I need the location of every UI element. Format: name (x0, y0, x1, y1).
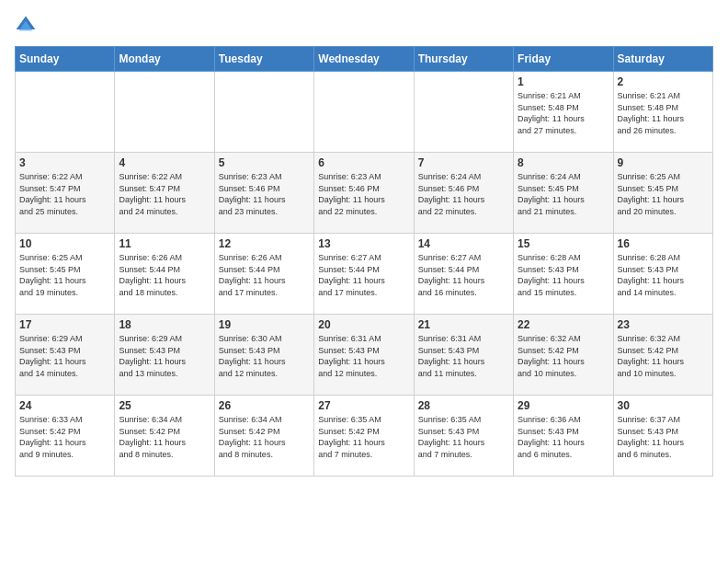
day-info: Sunrise: 6:32 AM Sunset: 5:42 PM Dayligh… (518, 333, 609, 379)
day-number: 17 (19, 318, 110, 331)
day-number: 27 (318, 399, 409, 412)
day-info: Sunrise: 6:32 AM Sunset: 5:42 PM Dayligh… (618, 333, 709, 379)
calendar-cell: 12Sunrise: 6:26 AM Sunset: 5:44 PM Dayli… (214, 234, 313, 315)
day-number: 3 (19, 156, 110, 169)
day-number: 4 (119, 156, 210, 169)
day-info: Sunrise: 6:28 AM Sunset: 5:43 PM Dayligh… (518, 252, 609, 298)
calendar-cell (115, 72, 214, 153)
day-info: Sunrise: 6:31 AM Sunset: 5:43 PM Dayligh… (318, 333, 409, 379)
calendar-cell (16, 72, 115, 153)
calendar-cell: 23Sunrise: 6:32 AM Sunset: 5:42 PM Dayli… (613, 315, 712, 396)
calendar-week-4: 17Sunrise: 6:29 AM Sunset: 5:43 PM Dayli… (16, 315, 713, 396)
calendar-cell: 28Sunrise: 6:35 AM Sunset: 5:43 PM Dayli… (414, 396, 513, 477)
day-info: Sunrise: 6:28 AM Sunset: 5:43 PM Dayligh… (618, 252, 709, 298)
day-info: Sunrise: 6:22 AM Sunset: 5:47 PM Dayligh… (119, 171, 210, 217)
calendar-cell: 15Sunrise: 6:28 AM Sunset: 5:43 PM Dayli… (514, 234, 613, 315)
weekday-header-tuesday: Tuesday (214, 47, 313, 72)
weekday-header-sunday: Sunday (16, 47, 115, 72)
calendar-week-3: 10Sunrise: 6:25 AM Sunset: 5:45 PM Dayli… (16, 234, 713, 315)
calendar-cell: 9Sunrise: 6:25 AM Sunset: 5:45 PM Daylig… (613, 153, 712, 234)
weekday-header-row: SundayMondayTuesdayWednesdayThursdayFrid… (16, 47, 713, 72)
day-info: Sunrise: 6:30 AM Sunset: 5:43 PM Dayligh… (219, 333, 310, 379)
calendar-cell: 20Sunrise: 6:31 AM Sunset: 5:43 PM Dayli… (314, 315, 414, 396)
day-number: 8 (518, 156, 609, 169)
calendar-week-2: 3Sunrise: 6:22 AM Sunset: 5:47 PM Daylig… (16, 153, 713, 234)
day-number: 10 (19, 237, 110, 250)
day-number: 16 (618, 237, 709, 250)
calendar-cell: 19Sunrise: 6:30 AM Sunset: 5:43 PM Dayli… (214, 315, 313, 396)
day-info: Sunrise: 6:22 AM Sunset: 5:47 PM Dayligh… (19, 171, 110, 217)
day-number: 14 (418, 237, 509, 250)
calendar-cell: 1Sunrise: 6:21 AM Sunset: 5:48 PM Daylig… (514, 72, 613, 153)
calendar-week-5: 24Sunrise: 6:33 AM Sunset: 5:42 PM Dayli… (16, 396, 713, 477)
day-info: Sunrise: 6:27 AM Sunset: 5:44 PM Dayligh… (418, 252, 509, 298)
calendar-cell: 2Sunrise: 6:21 AM Sunset: 5:48 PM Daylig… (613, 72, 712, 153)
day-info: Sunrise: 6:21 AM Sunset: 5:48 PM Dayligh… (618, 90, 709, 136)
day-info: Sunrise: 6:35 AM Sunset: 5:42 PM Dayligh… (318, 414, 409, 460)
calendar-cell: 6Sunrise: 6:23 AM Sunset: 5:46 PM Daylig… (314, 153, 414, 234)
calendar-cell: 17Sunrise: 6:29 AM Sunset: 5:43 PM Dayli… (16, 315, 115, 396)
calendar-cell: 8Sunrise: 6:24 AM Sunset: 5:45 PM Daylig… (514, 153, 613, 234)
calendar-cell (314, 72, 414, 153)
calendar-cell: 25Sunrise: 6:34 AM Sunset: 5:42 PM Dayli… (115, 396, 214, 477)
calendar-cell: 22Sunrise: 6:32 AM Sunset: 5:42 PM Dayli… (514, 315, 613, 396)
day-number: 7 (418, 156, 509, 169)
day-number: 23 (618, 318, 709, 331)
day-number: 20 (318, 318, 409, 331)
day-number: 29 (518, 399, 609, 412)
day-info: Sunrise: 6:35 AM Sunset: 5:43 PM Dayligh… (418, 414, 509, 460)
calendar-cell: 3Sunrise: 6:22 AM Sunset: 5:47 PM Daylig… (16, 153, 115, 234)
calendar-cell: 24Sunrise: 6:33 AM Sunset: 5:42 PM Dayli… (16, 396, 115, 477)
day-info: Sunrise: 6:34 AM Sunset: 5:42 PM Dayligh… (219, 414, 310, 460)
day-number: 24 (19, 399, 110, 412)
day-info: Sunrise: 6:23 AM Sunset: 5:46 PM Dayligh… (219, 171, 310, 217)
day-number: 30 (618, 399, 709, 412)
weekday-header-monday: Monday (115, 47, 214, 72)
calendar-cell (414, 72, 513, 153)
day-info: Sunrise: 6:27 AM Sunset: 5:44 PM Dayligh… (318, 252, 409, 298)
calendar-cell: 29Sunrise: 6:36 AM Sunset: 5:43 PM Dayli… (514, 396, 613, 477)
day-number: 18 (119, 318, 210, 331)
logo-icon (15, 15, 37, 37)
day-number: 28 (418, 399, 509, 412)
day-info: Sunrise: 6:26 AM Sunset: 5:44 PM Dayligh… (219, 252, 310, 298)
day-info: Sunrise: 6:24 AM Sunset: 5:46 PM Dayligh… (418, 171, 509, 217)
calendar-cell: 26Sunrise: 6:34 AM Sunset: 5:42 PM Dayli… (214, 396, 313, 477)
weekday-header-friday: Friday (514, 47, 613, 72)
day-info: Sunrise: 6:33 AM Sunset: 5:42 PM Dayligh… (19, 414, 110, 460)
calendar-cell: 5Sunrise: 6:23 AM Sunset: 5:46 PM Daylig… (214, 153, 313, 234)
calendar-week-1: 1Sunrise: 6:21 AM Sunset: 5:48 PM Daylig… (16, 72, 713, 153)
calendar-cell: 18Sunrise: 6:29 AM Sunset: 5:43 PM Dayli… (115, 315, 214, 396)
calendar-cell: 11Sunrise: 6:26 AM Sunset: 5:44 PM Dayli… (115, 234, 214, 315)
day-number: 26 (219, 399, 310, 412)
day-info: Sunrise: 6:36 AM Sunset: 5:43 PM Dayligh… (518, 414, 609, 460)
calendar-cell: 4Sunrise: 6:22 AM Sunset: 5:47 PM Daylig… (115, 153, 214, 234)
day-info: Sunrise: 6:23 AM Sunset: 5:46 PM Dayligh… (318, 171, 409, 217)
day-number: 15 (518, 237, 609, 250)
calendar-cell: 13Sunrise: 6:27 AM Sunset: 5:44 PM Dayli… (314, 234, 414, 315)
day-info: Sunrise: 6:31 AM Sunset: 5:43 PM Dayligh… (418, 333, 509, 379)
day-number: 25 (119, 399, 210, 412)
weekday-header-thursday: Thursday (414, 47, 513, 72)
weekday-header-wednesday: Wednesday (314, 47, 414, 72)
day-number: 19 (219, 318, 310, 331)
day-info: Sunrise: 6:26 AM Sunset: 5:44 PM Dayligh… (119, 252, 210, 298)
day-number: 6 (318, 156, 409, 169)
day-number: 5 (219, 156, 310, 169)
weekday-header-saturday: Saturday (613, 47, 712, 72)
calendar-cell (214, 72, 313, 153)
calendar-cell: 14Sunrise: 6:27 AM Sunset: 5:44 PM Dayli… (414, 234, 513, 315)
calendar-cell: 27Sunrise: 6:35 AM Sunset: 5:42 PM Dayli… (314, 396, 414, 477)
day-info: Sunrise: 6:29 AM Sunset: 5:43 PM Dayligh… (19, 333, 110, 379)
page-header (15, 15, 713, 37)
day-number: 21 (418, 318, 509, 331)
day-number: 11 (119, 237, 210, 250)
day-info: Sunrise: 6:37 AM Sunset: 5:43 PM Dayligh… (618, 414, 709, 460)
day-number: 1 (518, 75, 609, 88)
calendar-cell: 10Sunrise: 6:25 AM Sunset: 5:45 PM Dayli… (16, 234, 115, 315)
day-info: Sunrise: 6:25 AM Sunset: 5:45 PM Dayligh… (19, 252, 110, 298)
day-info: Sunrise: 6:25 AM Sunset: 5:45 PM Dayligh… (618, 171, 709, 217)
calendar-cell: 7Sunrise: 6:24 AM Sunset: 5:46 PM Daylig… (414, 153, 513, 234)
day-info: Sunrise: 6:34 AM Sunset: 5:42 PM Dayligh… (119, 414, 210, 460)
day-number: 13 (318, 237, 409, 250)
